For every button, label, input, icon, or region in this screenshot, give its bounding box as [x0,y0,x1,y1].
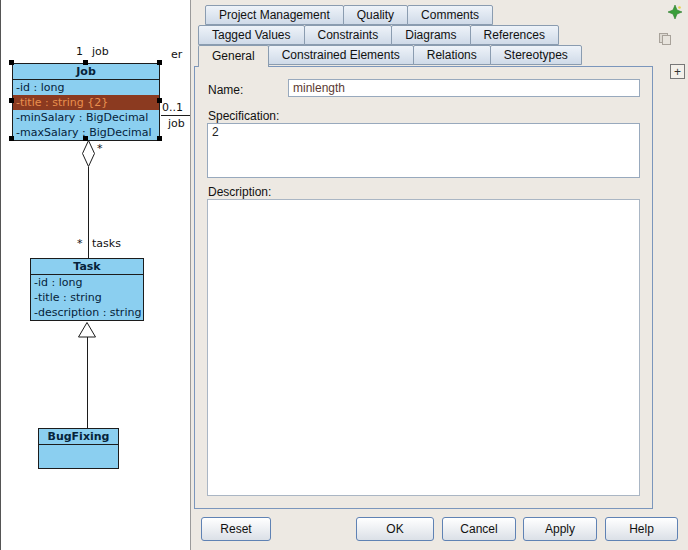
tab-references[interactable]: References [470,25,559,45]
tab-diagrams[interactable]: Diagrams [391,25,470,45]
class-job[interactable]: Job -id : long -title : string {2} -minS… [12,63,160,141]
reset-button[interactable]: Reset [201,517,271,541]
class-job-attr[interactable]: -minSalary : BigDecimal [13,110,159,125]
class-bugfixing-empty-compartment [39,445,118,468]
tasks-multiplicity[interactable]: * [77,237,83,250]
selection-handle[interactable] [157,60,162,65]
assoc-right-multiplicity[interactable]: 0..1 [162,101,183,114]
name-input[interactable] [288,79,640,97]
selection-handle[interactable] [157,98,162,103]
class-bugfixing[interactable]: BugFixing [38,428,119,469]
tab-project-management[interactable]: Project Management [205,5,344,25]
cancel-button[interactable]: Cancel [442,517,516,541]
class-task-attr[interactable]: -title : string [31,290,143,305]
specification-textarea[interactable]: 2 [207,123,640,178]
class-job-attr-selected[interactable]: -title : string {2} [13,95,159,110]
tab-tagged-values[interactable]: Tagged Values [198,25,305,45]
help-button[interactable]: Help [605,517,678,541]
tab-stereotypes[interactable]: Stereotypes [490,45,582,65]
description-textarea[interactable] [207,199,640,496]
new-element-icon[interactable] [667,4,683,20]
assoc-top-multiplicity[interactable]: 1 [76,45,83,58]
tab-row-3: General Constrained Elements Relations S… [198,45,581,67]
selection-handle[interactable] [9,60,14,65]
description-label: Description: [208,185,271,199]
tab-content-general: Name: Specification: 2 Description: [194,66,653,509]
agg-multiplicity[interactable]: * [97,142,103,155]
clipped-class-text: er [171,48,182,61]
tab-constraints[interactable]: Constraints [304,25,393,45]
generalization-arrowhead[interactable] [78,322,96,338]
assoc-top-role[interactable]: job [92,45,109,58]
selection-handle[interactable] [9,98,14,103]
tasks-role[interactable]: tasks [92,237,121,250]
apply-button[interactable]: Apply [523,517,597,541]
selection-handle[interactable] [157,136,162,141]
tab-quality[interactable]: Quality [343,5,408,25]
uml-diagram-canvas[interactable]: 1 job er 0..1 job Job -id : long -title … [0,0,190,550]
tab-row-2: Tagged Values Constraints Diagrams Refer… [198,25,558,45]
class-job-attr[interactable]: -id : long [13,80,159,95]
tab-general[interactable]: General [198,45,269,67]
app-window: 1 job er 0..1 job Job -id : long -title … [0,0,688,550]
class-task-name[interactable]: Task [31,259,143,275]
selection-handle[interactable] [83,60,88,65]
tab-constrained-elements[interactable]: Constrained Elements [268,45,414,65]
canvas-left-edge [0,0,1,550]
association-edge-job-task[interactable] [88,167,89,258]
properties-panel: Project Management Quality Comments Tagg… [190,0,688,550]
specification-label: Specification: [208,109,279,123]
tab-relations[interactable]: Relations [413,45,491,65]
disabled-action-icon[interactable] [657,31,673,47]
class-bugfixing-name[interactable]: BugFixing [39,429,118,445]
assoc-right-role[interactable]: job [168,117,185,130]
aggregation-diamond[interactable] [82,140,95,167]
ok-button[interactable]: OK [356,517,434,541]
class-task-attr[interactable]: -description : string [31,305,143,320]
class-task-attr[interactable]: -id : long [31,275,143,290]
tab-comments[interactable]: Comments [407,5,493,25]
expand-button[interactable]: + [670,64,685,79]
generalization-edge[interactable] [87,337,88,428]
tab-row-1: Project Management Quality Comments [205,5,492,25]
selection-handle[interactable] [9,136,14,141]
name-label: Name: [208,83,243,97]
class-job-name[interactable]: Job [13,64,159,80]
association-edge-right[interactable] [161,115,190,116]
class-task[interactable]: Task -id : long -title : string -descrip… [30,258,144,321]
